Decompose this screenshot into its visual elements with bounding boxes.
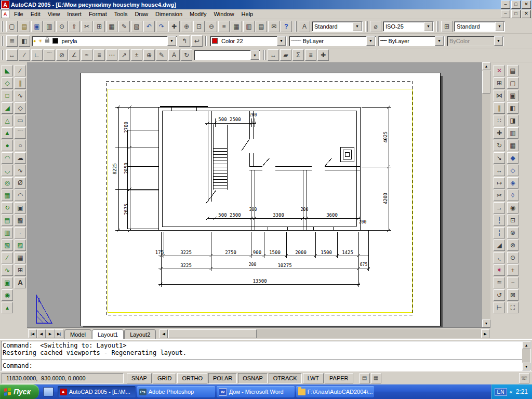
array-icon[interactable]: ∷ bbox=[494, 115, 505, 126]
snap-toggle[interactable]: SNAP bbox=[127, 373, 152, 383]
center-mark-icon[interactable]: ⊕ bbox=[143, 49, 155, 61]
revolved-surface-icon[interactable]: ↻ bbox=[2, 202, 13, 214]
text-style-icon[interactable]: A bbox=[299, 21, 310, 32]
toolbar-grip[interactable] bbox=[263, 50, 265, 60]
explode-icon[interactable]: ✷ bbox=[494, 264, 505, 276]
open-icon[interactable]: ▤ bbox=[19, 21, 30, 32]
menu-window[interactable]: Window bbox=[210, 10, 237, 18]
insert-block-icon[interactable]: ▣ bbox=[15, 202, 26, 214]
plot-preview-icon[interactable]: ⊙ bbox=[56, 21, 68, 32]
layer-states-icon[interactable]: ◧ bbox=[19, 35, 30, 47]
mass-properties-icon[interactable]: Σ bbox=[292, 49, 304, 61]
otrack-toggle[interactable]: OTRACK bbox=[269, 373, 302, 383]
mdi-close-button[interactable]: ✕ bbox=[522, 10, 531, 18]
chevron-down-icon[interactable]: ▼ bbox=[435, 36, 444, 46]
polar-toggle[interactable]: POLAR bbox=[208, 373, 237, 383]
dim-style-control-combo[interactable]: ▼ bbox=[194, 50, 260, 60]
taskbar-task-folder[interactable]: F:\Хлам\AutoCAD2004\... bbox=[296, 386, 374, 397]
table-icon[interactable]: ⊞ bbox=[15, 264, 26, 276]
revision-cloud-icon[interactable]: ☁ bbox=[15, 152, 26, 164]
command-text-area[interactable]: Command: <Switching to: Layout1> Restori… bbox=[1, 341, 531, 371]
scroll-up-button[interactable]: ▲ bbox=[522, 341, 530, 349]
edge-surface-icon[interactable]: ▧ bbox=[2, 240, 13, 251]
osnap-toggle[interactable]: OSNAP bbox=[238, 373, 268, 383]
menu-tools[interactable]: Tools bbox=[111, 10, 131, 18]
help-icon[interactable]: ? bbox=[281, 21, 292, 32]
nw-isometric-icon[interactable]: ◊ bbox=[507, 190, 518, 201]
ne-isometric-icon[interactable]: ◈ bbox=[507, 177, 518, 189]
right-view-icon[interactable]: ◨ bbox=[507, 115, 518, 126]
menu-modify[interactable]: Modify bbox=[186, 10, 210, 18]
taskbar-task-autocad[interactable]: A AutoCAD 2005 - [E:\М... bbox=[58, 386, 136, 397]
layer-combo[interactable]: ● ☀ peryla ▼ bbox=[32, 36, 177, 46]
3d-orbit-icon[interactable]: ◉ bbox=[507, 202, 518, 214]
continue-dimension-icon[interactable]: ⋯ bbox=[106, 49, 117, 61]
tabulated-surface-icon[interactable]: ▤ bbox=[2, 215, 13, 226]
undo-icon[interactable]: ↶ bbox=[143, 21, 155, 32]
align-icon[interactable]: ≅ bbox=[494, 277, 505, 288]
zoom-center-icon[interactable]: ⊙ bbox=[507, 252, 518, 263]
toolbar-grip[interactable] bbox=[294, 21, 297, 32]
markup-icon[interactable]: ✉ bbox=[268, 21, 280, 32]
mdi-restore-button[interactable]: □ bbox=[511, 10, 521, 18]
radius-dimension-icon[interactable]: ⌒ bbox=[44, 49, 55, 61]
copy-icon[interactable]: ⊞ bbox=[94, 21, 105, 32]
command-prompt[interactable]: Command: bbox=[3, 362, 33, 369]
circle-icon[interactable]: ○ bbox=[15, 140, 26, 151]
publish-icon[interactable]: ⇧ bbox=[69, 21, 80, 32]
command-scrollbar[interactable]: ▲ ▼ bbox=[522, 341, 530, 370]
plot-icon[interactable]: ▥ bbox=[44, 21, 55, 32]
scroll-down-button[interactable]: ▼ bbox=[482, 320, 490, 327]
ellipse-arc-icon[interactable]: ◠ bbox=[15, 190, 26, 201]
menu-help[interactable]: Help bbox=[238, 10, 257, 18]
sphere-surface-icon[interactable]: ● bbox=[2, 140, 13, 151]
make-object-layer-icon[interactable]: ↰ bbox=[179, 35, 190, 47]
horizontal-scroll-thumb[interactable] bbox=[168, 329, 257, 338]
quick-leader-icon[interactable]: ↗ bbox=[118, 49, 130, 61]
restore-button[interactable]: □ bbox=[511, 1, 521, 9]
menu-file[interactable]: File bbox=[10, 10, 27, 18]
baseline-dimension-icon[interactable]: ≡ bbox=[94, 49, 105, 61]
chevron-down-icon[interactable]: ▼ bbox=[424, 22, 433, 31]
move-icon[interactable]: ✚ bbox=[494, 127, 505, 139]
minimize-button[interactable]: – bbox=[501, 1, 510, 9]
designcenter-icon[interactable]: ▦ bbox=[231, 21, 242, 32]
break-icon[interactable]: ╎ bbox=[494, 227, 505, 238]
vertical-scrollbar[interactable]: ▲ ▼ bbox=[482, 62, 490, 327]
bottom-view-icon[interactable]: ▣ bbox=[507, 90, 518, 101]
polygon-icon[interactable]: ◇ bbox=[15, 102, 26, 114]
extend-icon[interactable]: → bbox=[494, 202, 505, 214]
chevron-down-icon[interactable]: ▼ bbox=[366, 36, 375, 46]
sw-isometric-icon[interactable]: ◆ bbox=[507, 152, 518, 164]
point-icon[interactable]: ∙ bbox=[15, 227, 26, 238]
command-splitter[interactable] bbox=[2, 359, 522, 361]
color-combo[interactable]: Color 22 ▼ bbox=[210, 36, 287, 46]
angular-dimension-icon[interactable]: ∠ bbox=[69, 49, 80, 61]
zoom-window-icon[interactable]: ⊡ bbox=[193, 21, 205, 32]
paper-model-toggle[interactable]: PAPER bbox=[325, 373, 353, 383]
menu-insert[interactable]: Insert bbox=[63, 10, 85, 18]
chevron-down-icon[interactable]: ▼ bbox=[277, 36, 286, 46]
dimension-edit-icon[interactable]: ✎ bbox=[156, 49, 167, 61]
associated-standards-icon[interactable]: ▤ bbox=[360, 373, 370, 383]
zoom-previous-icon[interactable]: ⊖ bbox=[206, 21, 217, 32]
fillet-icon[interactable]: ◟ bbox=[494, 252, 505, 263]
zoom-in-icon[interactable]: + bbox=[507, 264, 518, 276]
make-block-icon[interactable]: ▩ bbox=[15, 215, 26, 226]
3d-rotate-icon[interactable]: ↺ bbox=[494, 289, 505, 301]
pan-icon[interactable]: ✚ bbox=[168, 21, 180, 32]
block-editor-icon[interactable]: ▧ bbox=[131, 21, 142, 32]
se-isometric-icon[interactable]: ◇ bbox=[507, 165, 518, 176]
dish-surface-icon[interactable]: ◡ bbox=[2, 165, 13, 176]
2d-solid-icon[interactable]: ◣ bbox=[2, 65, 13, 76]
drawing-file-icon[interactable]: A bbox=[1, 10, 9, 18]
grid-toggle[interactable]: GRID bbox=[153, 373, 177, 383]
tab-first-button[interactable]: |◀ bbox=[28, 329, 37, 338]
match-properties-icon[interactable]: ✎ bbox=[118, 21, 130, 32]
construction-line-icon[interactable]: ∥ bbox=[15, 77, 26, 89]
lineweight-combo[interactable]: ━━━ ByLayer ▼ bbox=[378, 36, 445, 46]
chamfer-icon[interactable]: ◢ bbox=[494, 240, 505, 251]
erase-icon[interactable]: ✕ bbox=[494, 65, 505, 76]
chevron-down-icon[interactable]: ▼ bbox=[250, 50, 259, 60]
break-at-point-icon[interactable]: ┆ bbox=[494, 215, 505, 226]
